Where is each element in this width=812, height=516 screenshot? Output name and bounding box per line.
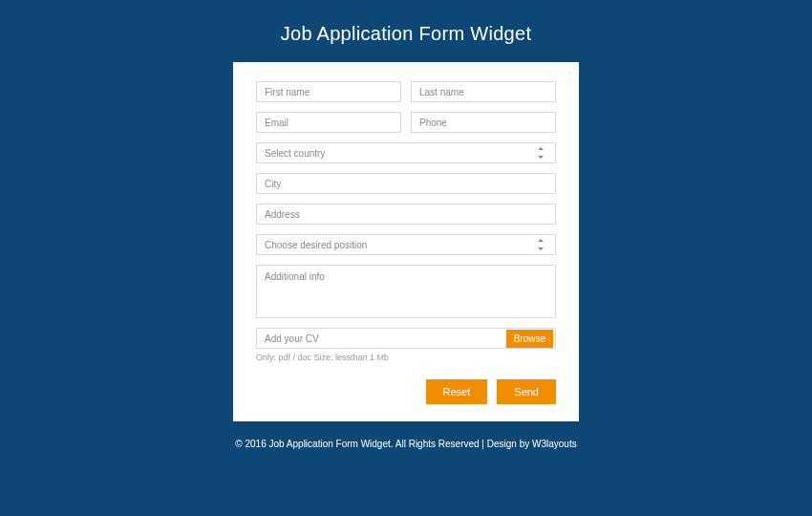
- cv-upload[interactable]: Add your CV Browse: [256, 328, 556, 349]
- sort-arrows-icon: [538, 239, 545, 250]
- position-select[interactable]: Choose desired position: [256, 234, 556, 255]
- page-title: Job Application Form Widget: [0, 0, 812, 62]
- cv-hint: Only: pdf / doc Size: lessthan 1 Mb: [256, 353, 556, 362]
- form-card: Select country Choose desired position A…: [233, 62, 579, 421]
- cv-upload-placeholder: Add your CV: [265, 333, 319, 344]
- reset-button[interactable]: Reset: [426, 379, 488, 404]
- last-name-input[interactable]: [411, 81, 556, 102]
- browse-button[interactable]: Browse: [506, 330, 553, 348]
- first-name-input[interactable]: [256, 81, 401, 102]
- position-select-placeholder: Choose desired position: [265, 240, 367, 250]
- phone-input[interactable]: [411, 112, 556, 133]
- additional-info-textarea[interactable]: [256, 265, 556, 318]
- sort-arrows-icon: [538, 147, 545, 159]
- footer-copyright: © 2016 Job Application Form Widget. All …: [235, 439, 532, 449]
- send-button[interactable]: Send: [497, 379, 556, 404]
- city-input[interactable]: [256, 173, 556, 194]
- address-input[interactable]: [256, 204, 556, 225]
- country-select-placeholder: Select country: [265, 148, 325, 159]
- country-select[interactable]: Select country: [256, 142, 556, 163]
- email-input[interactable]: [256, 112, 401, 133]
- footer-link[interactable]: W3layouts: [532, 439, 577, 449]
- form-actions: Reset Send: [256, 379, 556, 404]
- footer: © 2016 Job Application Form Widget. All …: [0, 439, 812, 449]
